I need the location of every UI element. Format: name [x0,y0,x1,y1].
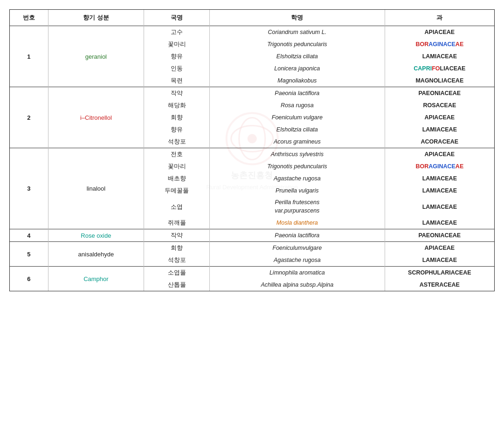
korean-name-cell: 해당화 [144,99,210,111]
table-row: 3linalool전호Anthriscus sylvestrisAPIACEAE [10,148,494,161]
latin-name-cell: Paeonia lactiflora [209,229,385,242]
latin-name-cell: Mosla dianthera [209,217,385,229]
korean-name-cell: 작약 [144,229,210,242]
korean-name-cell: 산톱풀 [144,279,210,291]
latin-name-cell: Trigonotis peduncularis [209,38,385,50]
family-name-cell: APIACEAE [385,242,494,254]
korean-name-cell: 석창포 [144,254,210,267]
korean-name-cell: 향유 [144,50,210,62]
korean-name-cell: 회향 [144,111,210,124]
family-name-cell: SCROPHULARIACEAE [385,267,494,279]
family-name-cell: LAMIACEAE [385,254,494,267]
korean-name-cell: 작약 [144,87,210,100]
korean-name-cell: 꽃마리 [144,160,210,172]
header-num: 번호 [10,10,48,26]
family-name-cell: LAMIACEAE [385,172,494,185]
component-cell: Rose oxide [48,229,144,242]
family-name-cell: LAMIACEAE [385,124,494,136]
num-cell: 2 [10,87,48,148]
latin-name-cell: Coriandrum sativum L. [209,26,385,39]
component-cell: anisaldehyde [48,242,144,267]
family-name-cell: APIACEAE [385,26,494,39]
korean-name-cell: 석창포 [144,136,210,148]
family-name-cell: BORAGINACEAE [385,160,494,172]
latin-name-cell: Trigonotis peduncularis [209,160,385,172]
korean-name-cell: 인동 [144,62,210,75]
main-table-container: 농촌진흥청 Rural Development Administration 번… [9,9,495,291]
num-cell: 1 [10,26,48,87]
latin-name-cell: Anthriscus sylvestris [209,148,385,161]
family-name-cell: LAMIACEAE [385,50,494,62]
header-korean: 국명 [144,10,210,26]
latin-name-cell: Foeniculum vulgare [209,111,385,124]
latin-name-cell: Agastache rugosa [209,254,385,267]
table-header-row: 번호 향기 성분 국명 학명 과 [10,10,494,26]
component-cell: linalool [48,148,144,229]
num-cell: 6 [10,267,48,291]
family-name-cell: PAEONIACEAE [385,87,494,100]
latin-name-cell: Magnoliakobus [209,75,385,87]
latin-name-cell: Elsholtzia ciliata [209,124,385,136]
family-name-cell: LAMIACEAE [385,185,494,197]
korean-name-cell: 고수 [144,26,210,39]
korean-name-cell: 꽃마리 [144,38,210,50]
latin-name-cell: Perilla frutescens var.purpurascens [209,197,385,217]
table-row: 1geraniol고수Coriandrum sativum L.APIACEAE [10,26,494,39]
family-name-cell: APIACEAE [385,148,494,161]
data-table: 번호 향기 성분 국명 학명 과 1geraniol고수Coriandrum s… [10,10,494,291]
korean-name-cell: 회향 [144,242,210,254]
num-cell: 4 [10,229,48,242]
family-name-cell: ROSACEAE [385,99,494,111]
family-name-cell: APIACEAE [385,111,494,124]
korean-name-cell: 전호 [144,148,210,161]
family-name-cell: CAPRIFOLIACEAE [385,62,494,75]
korean-name-cell: 배초향 [144,172,210,185]
korean-name-cell: 두메꿀풀 [144,185,210,197]
family-name-cell: ACORACEAE [385,136,494,148]
korean-name-cell: 목련 [144,75,210,87]
table-row: 2i–Citronellol작약Paeonia lactifloraPAEONI… [10,87,494,100]
family-name-cell: LAMIACEAE [385,197,494,217]
korean-name-cell: 향유 [144,124,210,136]
num-cell: 3 [10,148,48,229]
latin-name-cell: Prunella vulgaris [209,185,385,197]
table-row: 4Rose oxide작약Paeonia lactifloraPAEONIACE… [10,229,494,242]
latin-name-cell: Foeniculumvulgare [209,242,385,254]
component-cell: Camphor [48,267,144,291]
latin-name-cell: Acorus gramineus [209,136,385,148]
family-name-cell: MAGNOLIACEAE [385,75,494,87]
latin-name-cell: Rosa rugosa [209,99,385,111]
latin-name-cell: Elsholtzia ciliata [209,50,385,62]
num-cell: 5 [10,242,48,267]
latin-name-cell: Lonicera japonica [209,62,385,75]
component-cell: i–Citronellol [48,87,144,148]
korean-name-cell: 쥐깨풀 [144,217,210,229]
family-name-cell: LAMIACEAE [385,217,494,229]
latin-name-cell: Paeonia lactiflora [209,87,385,100]
family-name-cell: ASTERACEAE [385,279,494,291]
korean-name-cell: 소엽풀 [144,267,210,279]
korean-name-cell: 소엽 [144,197,210,217]
latin-name-cell: Achillea alpina subsp.Alpina [209,279,385,291]
family-name-cell: PAEONIACEAE [385,229,494,242]
component-cell: geraniol [48,26,144,87]
latin-name-cell: Limnophila aromatica [209,267,385,279]
table-row: 5anisaldehyde회향FoeniculumvulgareAPIACEAE [10,242,494,254]
latin-name-cell: Agastache rugosa [209,172,385,185]
header-component: 향기 성분 [48,10,144,26]
table-row: 6Camphor소엽풀Limnophila aromaticaSCROPHULA… [10,267,494,279]
header-latin: 학명 [209,10,385,26]
header-family: 과 [385,10,494,26]
family-name-cell: BORAGINACEAE [385,38,494,50]
